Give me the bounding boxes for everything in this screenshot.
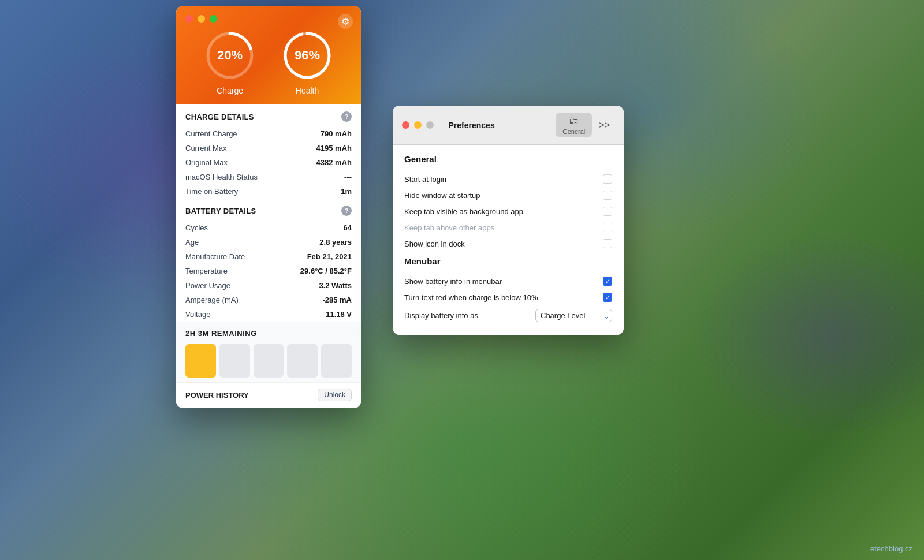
power-usage-row: Power Usage 3.2 Watts	[176, 278, 361, 293]
current-charge-value: 790 mAh	[321, 129, 352, 138]
show-icon-dock-label: Show icon in dock	[404, 240, 465, 248]
voltage-row: Voltage 11.18 V	[176, 307, 361, 322]
health-label: Health	[296, 86, 319, 95]
charge-label: Charge	[217, 86, 243, 95]
start-at-login-item: Start at login	[404, 171, 612, 187]
display-select[interactable]: Charge Level Time Remaining Percentage	[535, 309, 612, 322]
time-on-battery-row: Time on Battery 1m	[176, 184, 361, 199]
amperage-label: Amperage (mA)	[185, 296, 239, 304]
battery-help-icon[interactable]: ?	[341, 206, 352, 216]
keep-tab-above-checkbox[interactable]	[603, 223, 612, 232]
start-at-login-checkbox[interactable]	[603, 174, 612, 184]
more-toolbar-button[interactable]: >>	[594, 118, 614, 133]
keep-tab-visible-label: Keep tab visible as background app	[404, 207, 523, 216]
cycles-label: Cycles	[185, 223, 208, 232]
charge-stat: 20% Charge	[204, 29, 256, 95]
close-button[interactable]	[185, 15, 193, 23]
keep-tab-above-item: Keep tab above other apps	[404, 219, 612, 236]
hide-window-label: Hide window at startup	[404, 191, 480, 200]
amperage-row: Amperage (mA) -285 mA	[176, 293, 361, 307]
turn-text-red-label: Turn text red when charge is below 10%	[404, 293, 538, 302]
power-history-row: POWER HISTORY Unlock	[176, 382, 361, 408]
original-max-row: Original Max 4382 mAh	[176, 155, 361, 170]
amperage-value: -285 mA	[322, 296, 352, 304]
show-icon-dock-checkbox[interactable]	[603, 239, 612, 248]
power-bar-1	[185, 344, 216, 378]
current-charge-label: Current Charge	[185, 129, 237, 138]
turn-text-red-checkbox[interactable]: ✓	[603, 293, 612, 302]
battery-section-header: BATTERY DETAILS ?	[176, 199, 361, 221]
maximize-button[interactable]	[210, 15, 217, 23]
power-bar-2	[219, 344, 250, 378]
battery-section-title: BATTERY DETAILS	[185, 207, 256, 215]
power-bar-4	[287, 344, 318, 378]
age-label: Age	[185, 238, 199, 247]
prefs-title: Preferences	[394, 121, 549, 130]
general-toolbar-button[interactable]: 🗂 General	[556, 113, 592, 137]
turn-text-red-item: Turn text red when charge is below 10% ✓	[404, 289, 612, 305]
unlock-button[interactable]: Unlock	[318, 389, 352, 401]
show-icon-dock-item: Show icon in dock	[404, 236, 612, 252]
cycles-value: 64	[344, 223, 352, 232]
manufacture-date-label: Manufacture Date	[185, 252, 245, 261]
time-on-battery-value: 1m	[341, 187, 352, 196]
voltage-label: Voltage	[185, 310, 210, 319]
power-history-label: POWER HISTORY	[185, 391, 249, 400]
keep-tab-visible-item: Keep tab visible as background app	[404, 203, 612, 219]
start-at-login-label: Start at login	[404, 175, 446, 184]
prefs-content: General Start at login Hide window at st…	[393, 145, 624, 335]
charge-section-header: CHARGE DETAILS ?	[176, 104, 361, 126]
remaining-banner: 2H 3M REMAINING	[176, 322, 361, 382]
macos-health-label: macOS Health Status	[185, 173, 258, 181]
age-value: 2.8 years	[319, 238, 352, 247]
hide-window-checkbox[interactable]	[603, 191, 612, 200]
power-bars	[185, 344, 352, 378]
battery-header: ⚙ 20% Charge	[176, 6, 361, 104]
charge-value: 20%	[217, 48, 243, 63]
power-bar-3	[254, 344, 284, 378]
display-battery-info-label: Display battery info as	[404, 311, 478, 320]
show-battery-info-checkbox[interactable]: ✓	[603, 277, 612, 286]
charge-help-icon[interactable]: ?	[341, 111, 352, 122]
menubar-section-title: Menubar	[404, 256, 612, 266]
health-stat: 96% Health	[281, 29, 333, 95]
battery-details: CHARGE DETAILS ? Current Charge 790 mAh …	[176, 104, 361, 408]
prefs-toolbar: 🗂 General >>	[556, 113, 614, 137]
power-bar-5	[321, 344, 352, 378]
traffic-lights	[185, 15, 352, 23]
keep-tab-above-label: Keep tab above other apps	[404, 223, 494, 232]
general-toolbar-icon: 🗂	[569, 115, 579, 127]
temperature-value: 29.6°C / 85.2°F	[300, 267, 352, 275]
macos-health-row: macOS Health Status ---	[176, 170, 361, 184]
display-battery-info-item: Display battery info as Charge Level Tim…	[404, 305, 612, 326]
current-charge-row: Current Charge 790 mAh	[176, 126, 361, 141]
watermark: etechblog.cz	[870, 544, 912, 553]
charge-section-title: CHARGE DETAILS	[185, 113, 254, 121]
health-circle: 96%	[281, 29, 333, 81]
health-value: 96%	[295, 48, 320, 63]
power-usage-label: Power Usage	[185, 281, 230, 290]
keep-tab-visible-checkbox[interactable]	[603, 207, 612, 216]
manufacture-date-value: Feb 21, 2021	[307, 252, 352, 261]
show-battery-info-item: Show battery info in menubar ✓	[404, 273, 612, 289]
cycles-row: Cycles 64	[176, 221, 361, 235]
hide-window-item: Hide window at startup	[404, 187, 612, 203]
original-max-label: Original Max	[185, 158, 228, 167]
charge-circle: 20%	[204, 29, 256, 81]
temperature-label: Temperature	[185, 267, 228, 275]
power-usage-value: 3.2 Watts	[319, 281, 352, 290]
age-row: Age 2.8 years	[176, 235, 361, 249]
general-toolbar-label: General	[562, 128, 585, 135]
battery-app-window: ⚙ 20% Charge	[176, 6, 361, 408]
stats-row: 20% Charge 96% Health	[185, 29, 352, 104]
current-max-label: Current Max	[185, 144, 227, 152]
original-max-value: 4382 mAh	[316, 158, 352, 167]
macos-health-value: ---	[344, 173, 352, 181]
manufacture-date-row: Manufacture Date Feb 21, 2021	[176, 249, 361, 264]
time-on-battery-label: Time on Battery	[185, 187, 238, 196]
temperature-row: Temperature 29.6°C / 85.2°F	[176, 264, 361, 278]
minimize-button[interactable]	[198, 15, 205, 23]
remaining-text: 2H 3M REMAINING	[185, 329, 257, 338]
gear-button[interactable]: ⚙	[338, 14, 353, 29]
current-max-row: Current Max 4195 mAh	[176, 141, 361, 155]
